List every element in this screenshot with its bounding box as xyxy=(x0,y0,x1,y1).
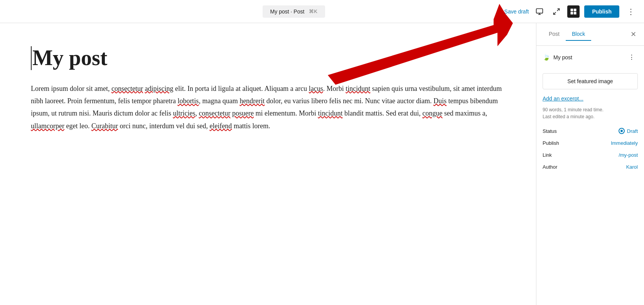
spell-error-2: adipiscing xyxy=(145,85,173,92)
author-label: Author xyxy=(543,164,557,170)
spell-error-4: tincidunt xyxy=(346,85,370,92)
set-featured-image-button[interactable]: Set featured image xyxy=(543,73,638,89)
draft-icon xyxy=(619,128,625,134)
author-value[interactable]: Karol xyxy=(626,164,638,170)
preview-button[interactable] xyxy=(533,5,546,18)
toolbar-post-title: My post · Post xyxy=(270,8,305,15)
post-meta-header: 🍃 My post ⋮ xyxy=(543,52,638,67)
spell-error-3: lacus xyxy=(309,85,323,92)
publish-value[interactable]: Immediately xyxy=(611,140,638,146)
leaf-icon: 🍃 xyxy=(543,54,550,61)
editor-area[interactable]: My post Lorem ipsum dolor sit amet, cons… xyxy=(0,23,536,305)
publish-label: Publish xyxy=(543,140,559,146)
meta-row-author: Author Karol xyxy=(543,164,638,170)
fullscreen-icon xyxy=(553,8,560,15)
status-value[interactable]: Draft xyxy=(619,128,638,134)
svg-line-4 xyxy=(554,12,556,14)
link-label: Link xyxy=(543,152,552,158)
svg-rect-7 xyxy=(571,12,573,14)
publish-button[interactable]: Publish xyxy=(584,5,619,18)
svg-rect-8 xyxy=(574,12,577,14)
svg-line-3 xyxy=(557,8,560,11)
spell-error-12: congue xyxy=(422,109,442,117)
spell-error-9: consectetur xyxy=(199,109,230,117)
sidebar-header: Post Block ✕ xyxy=(536,23,644,46)
save-draft-button[interactable]: Save draft xyxy=(504,8,529,15)
spell-error-11: tincidunt xyxy=(318,109,342,117)
post-meta-title: 🍃 My post xyxy=(543,54,572,61)
spell-error-10: posuere xyxy=(232,109,254,117)
sidebar-close-button[interactable]: ✕ xyxy=(629,28,638,40)
block-editor-icon xyxy=(570,8,577,15)
spell-error-13: ullamcorper xyxy=(31,122,64,130)
toolbar-shortcut: ⌘K xyxy=(309,8,317,14)
tab-block[interactable]: Block xyxy=(566,28,591,41)
spell-error-5: lobortis xyxy=(177,97,199,105)
more-options-button[interactable]: ⋮ xyxy=(624,5,638,18)
spell-error-8: ultricies xyxy=(173,109,195,117)
spell-error-15: eleifend xyxy=(209,122,232,130)
word-count-text: 90 words, 1 minute read time. xyxy=(543,106,638,113)
block-editor-button[interactable] xyxy=(567,5,580,18)
post-title[interactable]: My post xyxy=(31,46,505,70)
status-label: Status xyxy=(543,128,557,134)
meta-row-publish: Publish Immediately xyxy=(543,140,638,146)
main-layout: My post Lorem ipsum dolor sit amet, cons… xyxy=(0,23,644,305)
meta-row-status: Status Draft xyxy=(543,128,638,134)
sidebar-tabs: Post Block xyxy=(543,28,591,41)
tab-post[interactable]: Post xyxy=(543,28,566,41)
post-name-label: My post xyxy=(553,54,572,60)
sidebar-content: 🍃 My post ⋮ Set featured image Add an ex… xyxy=(536,46,644,305)
spell-error-1: consectetur xyxy=(111,85,143,92)
post-content[interactable]: Lorem ipsum dolor sit amet, consectetur … xyxy=(31,82,505,132)
sidebar: Post Block ✕ 🍃 My post ⋮ Set featured im… xyxy=(536,23,644,305)
link-value[interactable]: /my-post xyxy=(619,152,638,158)
meta-row-link: Link /my-post xyxy=(543,152,638,158)
toolbar-right: Save draft xyxy=(504,5,638,18)
fullscreen-button[interactable] xyxy=(550,5,563,18)
spell-error-7: Duis xyxy=(433,97,447,105)
word-count-info: 90 words, 1 minute read time. Last edite… xyxy=(543,106,638,120)
toolbar: My post · Post ⌘K Save draft xyxy=(0,0,644,23)
svg-rect-6 xyxy=(574,8,577,11)
svg-rect-0 xyxy=(536,8,543,13)
monitor-icon xyxy=(536,8,543,15)
spell-error-6: hendrerit xyxy=(239,97,265,105)
spell-error-14: Curabitur xyxy=(91,122,118,130)
svg-rect-5 xyxy=(571,8,573,11)
draft-text: Draft xyxy=(627,128,638,134)
last-edited-text: Last edited a minute ago. xyxy=(543,113,638,120)
post-more-options-button[interactable]: ⋮ xyxy=(625,52,638,62)
toolbar-center: My post · Post ⌘K xyxy=(263,5,325,18)
add-excerpt-link[interactable]: Add an excerpt... xyxy=(543,96,638,102)
